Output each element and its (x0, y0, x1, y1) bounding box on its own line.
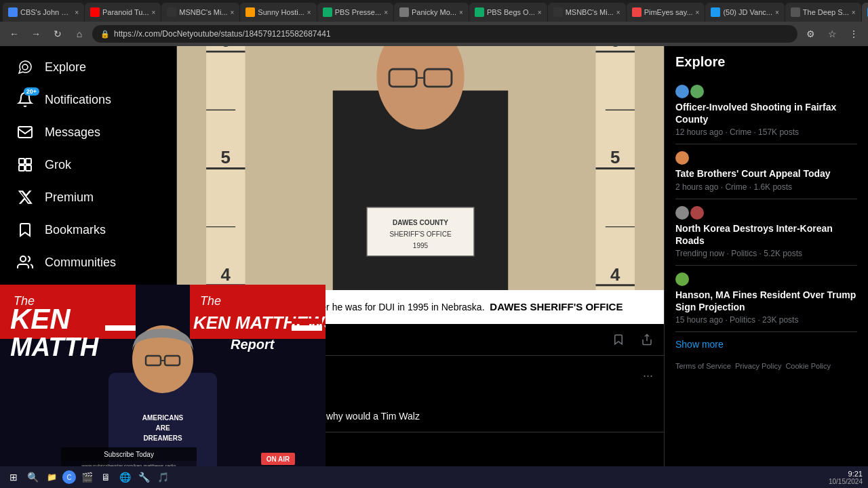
sidebar-item-premium[interactable]: Premium (8, 182, 168, 213)
trending-item-1[interactable]: Officer-Involved Shooting in Fairfax Cou… (675, 78, 857, 144)
trending-title-2: Tate Brothers' Court Appeal Today (675, 167, 857, 180)
bookmarks-label: Bookmarks (45, 223, 106, 237)
tab-5[interactable]: PBS Presse...× (317, 3, 393, 22)
extensions-button[interactable]: ⚙ (802, 25, 819, 43)
trending-title-1: Officer-Involved Shooting in Fairfax Cou… (675, 101, 857, 125)
trending-title-4: Hanson, MA Fines Resident Over Trump Sig… (675, 289, 857, 313)
taskbar-app-2[interactable]: 🖥 (98, 469, 114, 485)
trending-title-3: North Korea Destroys Inter-Korean Roads (675, 222, 857, 247)
trending-meta-3: Trending now · Politics · 5.2K posts (675, 249, 857, 258)
svg-text:ARE: ARE (155, 424, 170, 432)
communities-icon (16, 253, 34, 271)
tab-6[interactable]: Panicky Mo...× (394, 3, 469, 22)
taskbar-time: 9:21 (848, 470, 863, 478)
menu-button[interactable]: ⋮ (845, 25, 863, 43)
tab-3[interactable]: MSNBC's Mi...× (161, 3, 239, 22)
svg-rect-3 (19, 165, 24, 171)
trending-item-4[interactable]: Hanson, MA Fines Resident Over Trump Sig… (675, 266, 857, 332)
bookmark-button[interactable]: ☆ (823, 25, 841, 43)
mugshot-svg: 6 5 4 6 5 4 (177, 46, 664, 290)
sidebar-item-bookmarks[interactable]: Bookmarks (8, 214, 168, 245)
forward-button[interactable]: → (27, 25, 45, 43)
right-panel: Explore Officer-Involved Shooting in Fai… (665, 46, 868, 488)
tab-2[interactable]: Paranoid Tu...× (85, 3, 161, 22)
privacy-policy-link[interactable]: Privacy Policy (735, 362, 781, 370)
explore-section-title: Explore (675, 54, 857, 70)
trending-avatar (675, 272, 689, 286)
home-button[interactable]: ⌂ (71, 25, 88, 43)
file-explorer-button[interactable]: 📁 (43, 469, 60, 485)
messages-icon (16, 123, 34, 141)
svg-text:6: 6 (221, 46, 231, 50)
trending-avatars-3 (675, 206, 857, 220)
svg-text:5: 5 (221, 148, 231, 167)
trending-avatar (675, 151, 689, 165)
chrome-taskbar[interactable]: C (62, 470, 76, 484)
svg-rect-5 (26, 165, 31, 171)
svg-rect-50 (292, 319, 322, 324)
sidebar-item-grok[interactable]: Grok (8, 149, 168, 180)
sidebar-item-explore[interactable]: Explore (8, 52, 168, 83)
trending-avatar (675, 206, 689, 220)
taskbar-app-4[interactable]: 🔧 (136, 469, 152, 485)
taskbar-app-1[interactable]: 🎬 (79, 469, 95, 485)
refresh-button[interactable]: ↻ (49, 25, 66, 43)
tab-10[interactable]: (50) JD Vanc...× (705, 3, 784, 22)
grok-label: Grok (45, 158, 71, 172)
browser-tabs: CBS's John D...× Paranoid Tu...× MSNBC's… (0, 0, 868, 22)
bookmarks-icon (16, 221, 34, 239)
svg-text:The: The (200, 294, 221, 308)
address-bar[interactable]: 🔒 https://x.com/DocNetyoutube/status/184… (92, 25, 797, 43)
tab-9[interactable]: PimEyes say...× (627, 3, 705, 22)
explore-section: Explore Officer-Involved Shooting in Fai… (675, 54, 857, 370)
communities-label: Communities (45, 256, 116, 270)
tab-12-active[interactable]: (20) Black In...× (862, 3, 868, 22)
tab-8[interactable]: MSNBC's Mi...× (548, 3, 626, 22)
footer-links: Terms of Service Privacy Policy Cookie P… (675, 362, 857, 370)
start-button[interactable]: ⊞ (5, 469, 22, 485)
premium-label: Premium (45, 190, 94, 205)
svg-text:4: 4 (610, 264, 620, 283)
caption-bold: DAWES SHERIFF'S OFFICE (490, 301, 623, 312)
trending-meta-2: 2 hours ago · Crime · 1.6K posts (675, 182, 857, 192)
bookmark-action-button[interactable] (612, 333, 625, 346)
taskbar-clock: 9:21 10/15/2024 (829, 470, 863, 485)
notification-badge: 20+ (24, 87, 39, 96)
svg-text:Report: Report (231, 337, 275, 352)
trending-item-2[interactable]: Tate Brothers' Court Appeal Today 2 hour… (675, 144, 857, 199)
svg-point-0 (22, 64, 28, 70)
sidebar-item-messages[interactable]: Messages (8, 117, 168, 148)
tab-7[interactable]: PBS Begs O...× (469, 3, 547, 22)
tab-11[interactable]: The Deep S...× (785, 3, 861, 22)
tweet-image: 6 5 4 6 5 4 (177, 46, 664, 290)
show-graphic: The KEN MATTH The KEN MATTHEWS Report AM… (0, 285, 326, 488)
messages-label: Messages (45, 125, 100, 140)
taskbar-app-3[interactable]: 🌐 (117, 469, 133, 485)
svg-rect-4 (26, 159, 31, 164)
search-taskbar-button[interactable]: 🔍 (24, 469, 41, 485)
svg-rect-52 (292, 332, 322, 338)
lock-icon: 🔒 (100, 30, 110, 39)
svg-rect-2 (19, 159, 24, 164)
back-button[interactable]: ← (5, 25, 23, 43)
sidebar-item-communities[interactable]: Communities (8, 247, 168, 278)
trending-avatar (690, 206, 704, 220)
tab-4[interactable]: Sunny Hosti...× (240, 3, 316, 22)
terms-of-service-link[interactable]: Terms of Service (675, 362, 731, 370)
browser-toolbar: ← → ↻ ⌂ 🔒 https://x.com/DocNetyoutube/st… (0, 22, 868, 46)
trending-avatar (690, 85, 704, 98)
cookie-policy-link[interactable]: Cookie Policy (785, 362, 831, 370)
show-more-button[interactable]: Show more (675, 332, 857, 357)
trending-item-3[interactable]: North Korea Destroys Inter-Korean Roads … (675, 199, 857, 266)
svg-rect-51 (292, 325, 322, 331)
sidebar-item-notifications[interactable]: 20+ Notifications (8, 84, 168, 115)
svg-text:DAWES COUNTY: DAWES COUNTY (393, 218, 448, 226)
tweet-more-button[interactable]: ··· (643, 369, 653, 383)
share-button[interactable] (641, 333, 653, 346)
tab-1[interactable]: CBS's John D...× (3, 3, 84, 22)
svg-point-6 (20, 256, 26, 262)
notifications-label: Notifications (45, 93, 111, 107)
svg-rect-45 (105, 332, 136, 338)
taskbar-app-5[interactable]: 🎵 (155, 469, 171, 485)
taskbar-date: 10/15/2024 (829, 478, 863, 485)
